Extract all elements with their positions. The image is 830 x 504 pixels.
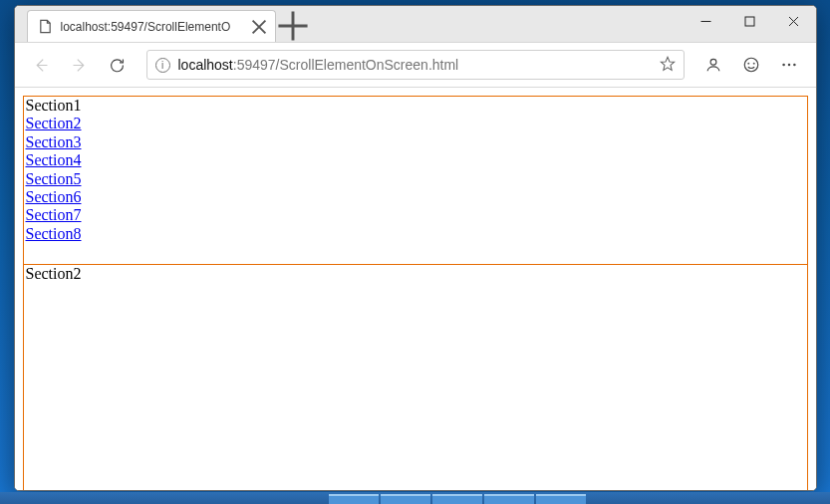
list-item: Section4	[26, 151, 805, 169]
refresh-button[interactable]	[101, 48, 135, 82]
page-scroll-area[interactable]: Section1 Section2Section3Section4Section…	[15, 88, 816, 490]
titlebar: localhost:59497/ScrollElementO	[15, 6, 816, 42]
section2-title: Section2	[24, 265, 807, 283]
svg-point-6	[782, 64, 785, 67]
svg-marker-1	[661, 57, 674, 70]
window-maximize-button[interactable]	[728, 6, 772, 36]
viewport: Section1 Section2Section3Section4Section…	[15, 88, 816, 490]
url-text: localhost:59497/ScrollElementOnScreen.ht…	[178, 57, 652, 73]
favorite-icon[interactable]	[660, 56, 676, 75]
section-box-2: Section2	[23, 265, 808, 490]
toolbar-right	[696, 48, 806, 82]
svg-rect-0	[745, 17, 754, 26]
section1-links: Section2Section3Section4Section5Section6…	[24, 115, 807, 243]
svg-point-3	[744, 58, 758, 72]
svg-point-4	[747, 63, 748, 64]
list-item: Section8	[26, 225, 805, 243]
section-link[interactable]: Section6	[26, 188, 82, 205]
list-item: Section5	[26, 170, 805, 188]
browser-window: localhost:59497/ScrollElementO	[14, 5, 817, 491]
svg-point-8	[793, 64, 796, 67]
window-minimize-button[interactable]	[685, 6, 728, 36]
svg-point-5	[753, 63, 754, 64]
back-button[interactable]	[25, 48, 59, 82]
section-box-1: Section1 Section2Section3Section4Section…	[23, 96, 808, 265]
section-link[interactable]: Section4	[26, 151, 82, 168]
section-link[interactable]: Section2	[26, 115, 82, 131]
section-link[interactable]: Section8	[26, 225, 82, 242]
url-path: /ScrollElementOnScreen.html	[276, 57, 459, 73]
window-controls	[685, 6, 816, 36]
section-link[interactable]: Section5	[26, 170, 82, 187]
url-host: localhost	[178, 57, 233, 73]
url-port: :59497	[233, 57, 276, 73]
list-item: Section7	[26, 206, 805, 224]
page-icon	[38, 19, 53, 34]
window-close-button[interactable]	[772, 6, 816, 36]
taskbar-items	[329, 494, 586, 504]
tab-title: localhost:59497/ScrollElementO	[61, 20, 243, 34]
browser-tab[interactable]: localhost:59497/ScrollElementO	[27, 10, 276, 42]
profile-button[interactable]	[696, 48, 730, 82]
list-item: Section2	[26, 115, 805, 132]
address-bar[interactable]: i localhost:59497/ScrollElementOnScreen.…	[146, 50, 685, 80]
section-link[interactable]: Section7	[26, 206, 82, 223]
more-button[interactable]	[772, 48, 806, 82]
list-item: Section6	[26, 188, 805, 206]
site-info-icon[interactable]: i	[155, 58, 170, 73]
list-item: Section3	[26, 133, 805, 151]
section1-title: Section1	[24, 97, 807, 115]
new-tab-button[interactable]	[276, 10, 310, 42]
section-link[interactable]: Section3	[26, 133, 82, 150]
forward-button[interactable]	[63, 48, 97, 82]
svg-point-2	[710, 59, 716, 65]
feedback-button[interactable]	[734, 48, 768, 82]
svg-point-7	[787, 64, 790, 67]
tab-close-button[interactable]	[251, 19, 267, 35]
taskbar	[0, 492, 830, 504]
toolbar: i localhost:59497/ScrollElementOnScreen.…	[15, 42, 816, 88]
page-body: Section1 Section2Section3Section4Section…	[15, 88, 816, 490]
